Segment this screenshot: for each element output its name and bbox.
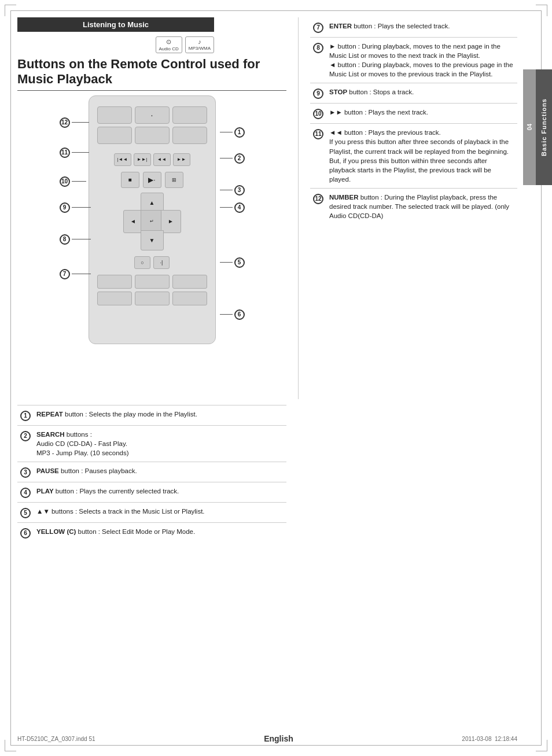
- right-item-7: 7ENTER button : Plays the selected track…: [310, 17, 517, 38]
- remote-btn-4: [97, 127, 132, 144]
- callout-12: 12: [60, 117, 89, 128]
- remote-body: · |◄◄ ►►| ◄◄ ►► ■: [89, 95, 216, 344]
- right-item-desc-7: ENTER button : Plays the selected track.: [326, 17, 517, 38]
- right-callout-circle-10: 10: [313, 109, 323, 119]
- right-item-number-9: 9: [310, 83, 326, 104]
- dpad-enter: ↵: [141, 210, 164, 233]
- right-description-table: 7ENTER button : Plays the selected track…: [310, 17, 517, 224]
- page-footer: HT-D5210C_ZA_0307.indd 51 English 2011-0…: [17, 734, 517, 743]
- item-number-6: 6: [17, 523, 34, 543]
- bottom-grid: [89, 272, 215, 314]
- callout-8: 8: [60, 234, 91, 245]
- callout-7: 7: [60, 269, 91, 279]
- page-heading: Buttons on the Remote Control used for M…: [17, 57, 286, 91]
- callout-circle-4: 4: [20, 488, 31, 498]
- right-callout-circle-8: 8: [313, 43, 323, 53]
- page-border-top: [10, 10, 542, 11]
- dpad-area: ▲ ◄ ↵ ► ▼: [89, 190, 215, 253]
- dpad-down: ▼: [141, 230, 164, 250]
- item-desc-4: PLAY button : Plays the currently select…: [34, 482, 286, 503]
- item-number-3: 3: [17, 462, 34, 482]
- col-btn-6: [172, 292, 207, 305]
- right-callout-circle-11: 11: [313, 129, 323, 139]
- remote-btn-3: [172, 106, 207, 124]
- corner-mark-br: [536, 751, 547, 751]
- right-item-desc-12: NUMBER button : During the Playlist play…: [326, 188, 517, 224]
- col-btn-3: [172, 275, 207, 289]
- item-number-1: 1: [17, 405, 34, 426]
- item-number-5: 5: [17, 503, 34, 523]
- item-desc-5: ▲▼ buttons : Selects a track in the Musi…: [34, 503, 286, 523]
- callout-circle-6: 6: [20, 528, 31, 539]
- footer-file: HT-D5210C_ZA_0307.indd 51: [17, 736, 95, 742]
- right-item-9: 9STOP button : Stops a track.: [310, 83, 517, 104]
- callout-11: 11: [60, 147, 89, 158]
- right-item-number-10: 10: [310, 104, 326, 124]
- right-item-number-11: 11: [310, 124, 326, 189]
- corner-mark-bl2: [5, 740, 5, 751]
- right-item-11: 11◄◄ button : Plays the previous track.I…: [310, 124, 517, 189]
- center-row: ■ ▶· ⊞: [89, 169, 215, 190]
- corner-mark-tl2: [5, 5, 5, 16]
- item-number-4: 4: [17, 482, 34, 503]
- bottom-descriptions: 1REPEAT button : Selects the play mode i…: [17, 405, 295, 543]
- right-item-number-8: 8: [310, 38, 326, 83]
- icon-row: ⊙ Audio CD ♪ MP3/WMA: [17, 36, 214, 53]
- bottom-item-4: 4PLAY button : Plays the currently selec…: [17, 482, 286, 503]
- col-btn-1: [97, 275, 132, 289]
- right-item-8: 8► button : During playback, moves to th…: [310, 38, 517, 83]
- right-column: 7ENTER button : Plays the selected track…: [301, 17, 517, 399]
- callout-circle-1: 1: [20, 411, 31, 421]
- callout-3: 3: [220, 185, 245, 196]
- callout-circle-5: 5: [20, 508, 31, 518]
- callout-6: 6: [220, 309, 245, 320]
- bottom-description-table: 1REPEAT button : Selects the play mode i…: [17, 405, 286, 543]
- col-btn-5: [135, 292, 170, 305]
- rewind-btn: ◄◄: [153, 153, 171, 166]
- chapter-number: 04: [523, 69, 536, 185]
- remote-btn-2: ·: [135, 106, 170, 124]
- col-btn-2: [135, 275, 170, 289]
- page-border-left: [10, 10, 11, 746]
- prev-track-btn: |◄◄: [114, 153, 131, 166]
- footer-timestamp: 2011-03-08 12:18:44: [462, 736, 517, 742]
- bottom-item-5: 5▲▼ buttons : Selects a track in the Mus…: [17, 503, 286, 523]
- callout-circle-3: 3: [20, 467, 31, 478]
- item-number-2: 2: [17, 426, 34, 462]
- circle-btn: ○: [134, 256, 150, 269]
- callout-9: 9: [60, 202, 91, 213]
- corner-mark-br2: [547, 740, 547, 751]
- remote-btn-6: [172, 127, 207, 144]
- stop-btn: ■: [121, 172, 139, 188]
- callout-2: 2: [220, 153, 245, 164]
- right-item-number-7: 7: [310, 17, 326, 38]
- corner-mark-tr: [536, 5, 547, 5]
- right-item-12: 12NUMBER button : During the Playlist pl…: [310, 188, 517, 224]
- right-callout-circle-12: 12: [313, 194, 323, 204]
- corner-mark-tr2: [547, 5, 547, 16]
- right-item-number-12: 12: [310, 188, 326, 224]
- right-item-desc-9: STOP button : Stops a track.: [326, 83, 517, 104]
- item-desc-6: YELLOW (C) button : Select Edit Mode or …: [34, 523, 286, 543]
- remote-illustration: · |◄◄ ►►| ◄◄ ►► ■: [60, 95, 245, 344]
- section-title: Listening to Music: [17, 17, 214, 32]
- settings-btn: ·|: [153, 256, 170, 269]
- right-item-desc-8: ► button : During playback, moves to the…: [326, 38, 517, 83]
- footer-language: English: [264, 734, 293, 743]
- next-track-btn: ►►|: [134, 153, 151, 166]
- remote-btn-1: [97, 106, 132, 124]
- right-callout-circle-7: 7: [313, 23, 323, 33]
- transport-row: |◄◄ ►►| ◄◄ ►►: [89, 150, 215, 169]
- page-border-bottom: [10, 745, 542, 746]
- ffwd-btn: ►►: [173, 153, 190, 166]
- right-callout-circle-9: 9: [313, 88, 323, 99]
- play-btn: ▶·: [143, 172, 161, 188]
- right-item-desc-11: ◄◄ button : Plays the previous track.If …: [326, 124, 517, 189]
- right-item-desc-10: ►► button : Plays the next track.: [326, 104, 517, 124]
- callout-5: 5: [220, 257, 245, 268]
- audio-cd-icon: ⊙ Audio CD: [156, 36, 182, 53]
- bottom-item-2: 2SEARCH buttons :Audio CD (CD-DA) - Fast…: [17, 426, 286, 462]
- column-divider: [298, 17, 299, 399]
- bottom-item-1: 1REPEAT button : Selects the play mode i…: [17, 405, 286, 426]
- mp3-wma-icon: ♪ MP3/WMA: [185, 36, 214, 53]
